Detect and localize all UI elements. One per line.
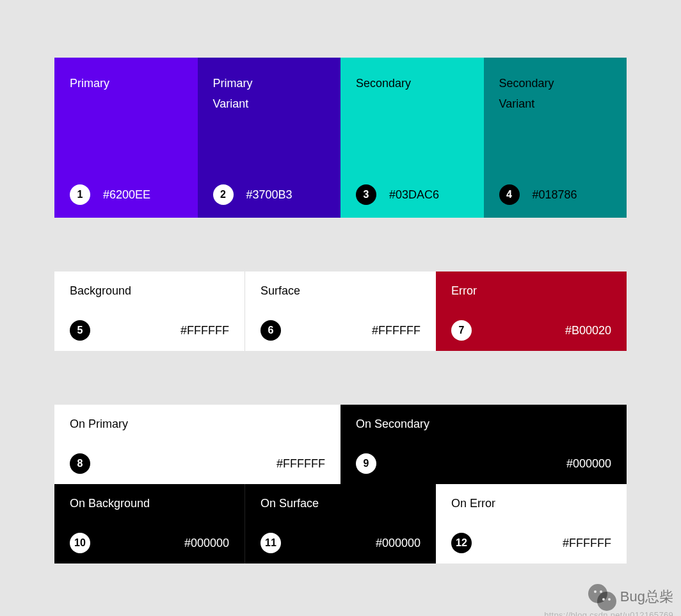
swatch-on-secondary: On Secondary 9 #000000	[340, 405, 627, 484]
row-background-surface-error: Background 5 #FFFFFF Surface 6 #FFFFFF E…	[54, 272, 627, 351]
swatch-hex: #000000	[566, 457, 611, 471]
swatch-label: On Error	[451, 497, 611, 510]
swatch-on-background: On Background 10 #000000	[54, 484, 245, 563]
swatch-number-badge: 7	[451, 320, 472, 341]
row-on-background-surface-error: On Background 10 #000000 On Surface 11 #…	[54, 484, 627, 563]
swatch-hex: #FFFFFF	[563, 537, 611, 550]
swatch-number-badge: 6	[260, 320, 281, 341]
swatch-hex: #000000	[376, 537, 421, 550]
swatch-primary: Primary 1 #6200EE	[54, 58, 198, 218]
swatch-label: PrimaryVariant	[213, 73, 341, 114]
swatch-hex: #FFFFFF	[180, 324, 229, 337]
swatch-number-badge: 4	[499, 184, 520, 205]
swatch-hex: #018786	[533, 188, 577, 202]
swatch-hex: #03DAC6	[389, 188, 439, 202]
swatch-number-badge: 5	[70, 320, 90, 341]
swatch-hex: #6200EE	[103, 188, 150, 202]
watermark-text: Bug总柴	[620, 587, 673, 606]
swatch-primary-variant: PrimaryVariant 2 #3700B3	[198, 58, 341, 218]
swatch-hex: #FFFFFF	[372, 324, 421, 337]
swatch-label: On Secondary	[356, 417, 611, 431]
swatch-label: On Background	[70, 497, 229, 510]
color-palette: Primary 1 #6200EE PrimaryVariant 2 #3700…	[54, 58, 627, 563]
swatch-error: Error 7 #B00020	[436, 272, 627, 351]
swatch-label: On Primary	[70, 417, 325, 431]
swatch-secondary: Secondary 3 #03DAC6	[340, 58, 484, 218]
swatch-number-badge: 1	[70, 184, 90, 205]
swatch-number-badge: 2	[213, 184, 234, 205]
row-primary-secondary: Primary 1 #6200EE PrimaryVariant 2 #3700…	[54, 58, 627, 218]
swatch-number-badge: 12	[451, 533, 472, 553]
swatch-label: SecondaryVariant	[499, 73, 627, 114]
swatch-number-badge: 3	[356, 184, 376, 205]
swatch-label: Error	[451, 284, 611, 298]
swatch-label: Primary	[70, 73, 198, 93]
swatch-on-surface: On Surface 11 #000000	[245, 484, 436, 563]
wechat-icon	[588, 584, 615, 610]
swatch-label: On Surface	[260, 497, 421, 510]
swatch-hex: #3700B3	[246, 188, 292, 202]
row-on-primary-secondary: On Primary 8 #FFFFFF On Secondary 9 #000…	[54, 405, 627, 484]
swatch-background: Background 5 #FFFFFF	[54, 272, 245, 351]
swatch-hex: #000000	[184, 537, 229, 550]
watermark: Bug总柴	[588, 584, 673, 610]
swatch-surface: Surface 6 #FFFFFF	[245, 272, 436, 351]
swatch-number-badge: 8	[70, 453, 90, 474]
watermark-url: https://blog.csdn.net/u012165769	[544, 610, 673, 616]
swatch-hex: #B00020	[565, 324, 611, 337]
swatch-on-error: On Error 12 #FFFFFF	[436, 484, 627, 563]
swatch-on-primary: On Primary 8 #FFFFFF	[54, 405, 340, 484]
swatch-number-badge: 9	[356, 453, 376, 474]
swatch-label: Surface	[260, 284, 421, 298]
swatch-number-badge: 11	[260, 533, 281, 553]
swatch-number-badge: 10	[70, 533, 90, 553]
swatch-hex: #FFFFFF	[276, 457, 325, 471]
swatch-secondary-variant: SecondaryVariant 4 #018786	[484, 58, 627, 218]
swatch-label: Secondary	[356, 73, 484, 93]
swatch-label: Background	[70, 284, 229, 298]
